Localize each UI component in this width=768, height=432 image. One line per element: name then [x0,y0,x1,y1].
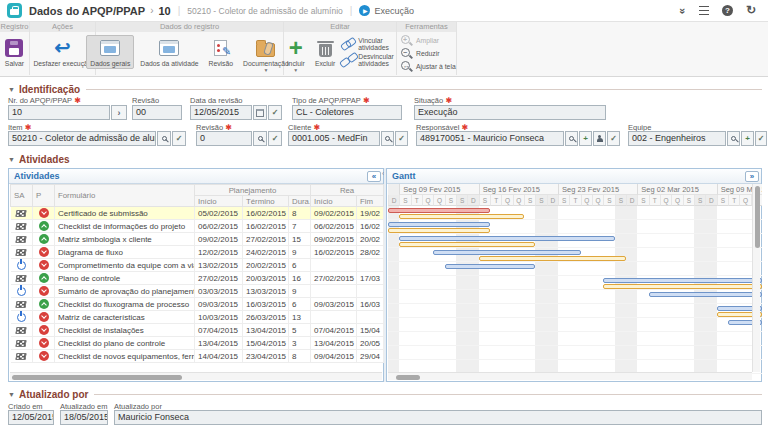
priority-down-icon [39,286,49,296]
col-formulario[interactable]: Formulário [55,185,195,207]
equipe-confirm-button[interactable]: ✓ [755,131,767,146]
situacao-field[interactable]: Execução [414,105,606,120]
calendar-button[interactable] [253,105,267,120]
col-inicio-real[interactable]: Início [311,196,357,207]
revisao-confirm-button[interactable]: ✓ [268,131,282,146]
equipe-add-button[interactable]: + [741,131,754,146]
activity-data-button[interactable]: Dados da atividade [136,35,202,69]
gantt-bar-plan[interactable] [445,264,536,269]
criado-em-field[interactable]: 12/05/2015 [8,410,54,425]
gantt-day-cell: T [728,195,739,206]
col-p[interactable]: P [33,185,55,207]
priority-up-icon [39,221,49,231]
tipo-apqp-field[interactable]: CL - Coletores [292,105,402,120]
section-atualizado-por[interactable]: ▼ Atualizado por [8,389,762,400]
scroll-thumb[interactable] [396,375,420,380]
gantt-hscrollbar[interactable] [388,372,752,380]
cliente-field[interactable]: 0001.005 - MedFin [288,131,380,146]
table-row[interactable]: Checklist de informações do projeto06/02… [11,220,384,233]
col-termino[interactable]: Término [243,196,289,207]
refresh-icon[interactable]: ↻ [746,5,756,16]
col-fim[interactable]: Fim [357,196,384,207]
scroll-thumb[interactable] [12,375,182,380]
item-search-button[interactable] [157,131,171,146]
responsavel-confirm-button[interactable]: ✓ [607,131,620,146]
gantt-day-cell: Q [501,195,512,206]
cliente-search-button[interactable] [381,131,394,146]
gantt-vscrollbar[interactable] [752,184,760,372]
scroll-thumb[interactable] [755,186,760,248]
table-row[interactable]: Checklist de novos equipamentos, ferrame… [11,350,384,363]
field-label: Nr. do APQP/PPAP ✱ [8,96,81,105]
revisao-search-button[interactable] [253,131,267,146]
cliente-confirm-button[interactable]: ✓ [395,131,408,146]
activities-hscrollbar[interactable] [10,372,382,380]
collapse-panel-button[interactable]: « [367,171,381,182]
gantt-chart[interactable]: Seg 09 Fev 2015Seg 16 Fev 2015Seg 23 Fev… [388,184,762,374]
gantt-bar-plan[interactable] [388,208,490,213]
delete-button[interactable]: Excluir [311,35,339,69]
gantt-bar-plan[interactable] [649,292,762,297]
gantt-bar-plan[interactable] [388,222,490,227]
table-row[interactable]: Plano de controle27/02/201520/03/2015162… [11,272,384,285]
col-sa[interactable]: SA [11,185,33,207]
data-revisao-field[interactable]: 12/05/2015 [190,105,252,120]
gantt-bar-real[interactable] [603,284,762,289]
gantt-week-header: Seg 02 Mar 2015 [637,184,716,195]
revisao-field[interactable]: 00 [132,105,182,120]
collapse-arrow-icon: ▼ [8,156,15,163]
document-pencil-icon [214,40,227,56]
gantt-day-cell: Q [660,195,671,206]
link-activities-button[interactable]: Vincular atividades [341,37,397,51]
gantt-bar-real[interactable] [399,242,535,247]
table-row[interactable]: Checklist do fluxograma de processo09/03… [11,298,384,311]
col-inicio-plan[interactable]: Início [195,196,243,207]
confirm-date-button[interactable]: ✓ [268,105,282,120]
table-row[interactable]: Sumário de aprovação do planejamento03/0… [11,285,384,298]
atualizado-por-field[interactable]: Mauricio Fonseca [114,410,762,425]
revisao-item-field[interactable]: 0 [196,131,252,146]
save-button[interactable]: Salvar [1,35,28,69]
responsavel-add-button[interactable]: + [579,131,592,146]
col-duracao[interactable]: Dura... [289,196,311,207]
collapse-ribbon-icon[interactable]: » [677,7,689,13]
equipe-search-button[interactable] [727,131,740,146]
gantt-bar-plan[interactable] [399,236,614,241]
gantt-bar-real[interactable] [399,214,524,219]
zoom-out-button[interactable]: − Reduzir [401,48,439,60]
ribbon-group-editar: Editar + Incluir ▼ Excluir Vincular ativ… [284,22,397,75]
section-identificacao[interactable]: ▼ Identificação [8,84,762,95]
list-menu-icon[interactable] [699,6,709,15]
item-confirm-button[interactable]: ✓ [172,131,186,146]
gantt-bar-plan[interactable] [433,250,580,255]
table-row[interactable]: Checklist de instalações07/04/201513/04/… [11,324,384,337]
gantt-day-cell: S [683,195,694,206]
responsavel-user-button[interactable] [593,131,606,146]
revision-button[interactable]: Revisão [205,35,238,69]
help-icon[interactable] [722,5,733,16]
table-row[interactable]: Certificado de submissão05/02/201516/02/… [11,207,384,220]
expand-panel-button[interactable]: » [745,171,759,182]
gantt-bar-real[interactable] [388,228,490,233]
table-row[interactable]: Checklist do plano de controle13/04/2015… [11,337,384,350]
table-row[interactable]: Matriz de características10/03/201526/03… [11,311,384,324]
table-row[interactable]: Matriz simbologia x cliente09/02/201527/… [11,233,384,246]
table-row[interactable]: Comprometimento da equipe com a viabilid… [11,259,384,272]
responsavel-search-button[interactable] [565,131,578,146]
add-button[interactable]: + Incluir ▼ [283,35,309,74]
general-data-button[interactable]: Dados gerais [86,35,134,69]
nr-apqp-field[interactable]: 10 [8,105,110,120]
open-record-button[interactable]: › [111,105,127,120]
atualizado-em-field[interactable]: 18/05/2015 [60,410,108,425]
item-field[interactable]: 50210 - Coletor de admissão de aluminio [8,131,156,146]
section-atividades[interactable]: ▼ Atividades [8,154,762,165]
unlink-activities-button[interactable]: Desvincular atividades [341,53,397,67]
fit-to-screen-button[interactable]: ↔ Ajustar à tela [401,61,456,73]
gantt-bar-real[interactable] [479,256,626,261]
group-label: Dados do registro [96,22,283,32]
gantt-day-cell: T [649,195,660,206]
table-row[interactable]: Diagrama de fluxo12/02/201524/02/2015916… [11,246,384,259]
responsavel-field[interactable]: 489170051 - Mauricio Fonseca [416,131,564,146]
gantt-bar-plan[interactable] [603,278,762,283]
equipe-field[interactable]: 002 - Engenheiros [628,131,726,146]
